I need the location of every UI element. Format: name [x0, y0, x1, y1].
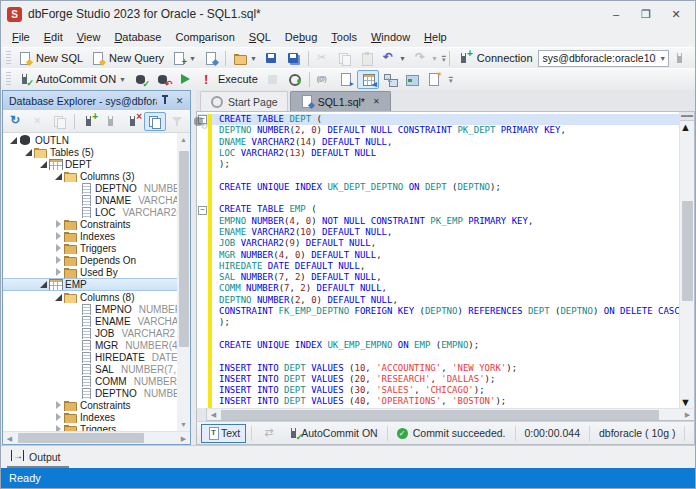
tree-item-constraints[interactable]: Constraints [3, 218, 177, 230]
explorer-horizontal-scrollbar[interactable]: ◀ ▶ [3, 431, 190, 444]
collapsed-arrow-icon[interactable] [54, 425, 63, 432]
text-view-button[interactable]: Text [201, 424, 246, 443]
filter-button[interactable] [166, 112, 188, 131]
tree-item-columns-8[interactable]: Columns (8) [3, 291, 177, 303]
expanded-arrow-icon[interactable] [24, 148, 33, 157]
execute-script-button[interactable] [174, 70, 196, 89]
tree-item-outln[interactable]: OUTLN [3, 134, 177, 146]
save-button[interactable] [261, 49, 283, 68]
pin-icon[interactable] [157, 94, 172, 108]
toolbar-grip[interactable] [6, 51, 11, 66]
disconnect-button[interactable] [122, 112, 144, 131]
tab-sql1-sql[interactable]: SQL1.sql*✕ [290, 91, 391, 111]
new-connection-button[interactable] [453, 49, 475, 68]
export-data-button[interactable] [335, 70, 357, 89]
split-editor-handle[interactable] [197, 408, 207, 421]
tree-item-columns-3[interactable]: Columns (3) [3, 170, 177, 182]
chevron-down-icon[interactable]: ▼ [431, 55, 438, 62]
collapsed-arrow-icon[interactable] [54, 413, 63, 422]
tree-item-tables-5[interactable]: Tables (5) [3, 146, 177, 158]
menu-comparison[interactable]: Comparison [168, 29, 241, 45]
tree-item-depends-on[interactable]: Depends On [3, 254, 177, 266]
chevron-down-icon[interactable]: ▼ [189, 55, 196, 62]
menu-sql[interactable]: SQL [242, 29, 278, 45]
copy-button[interactable] [334, 49, 356, 68]
tree-item-mgr[interactable]: MGRNUMBER(4, [3, 339, 177, 351]
tab-close-icon[interactable]: ✕ [372, 97, 381, 106]
query-history-button[interactable] [284, 70, 306, 89]
disconnect-button[interactable] [691, 49, 696, 68]
tab-start-page[interactable]: Start Page [200, 91, 288, 111]
tree-item-ename[interactable]: ENAMEVARCHAR2 [3, 315, 177, 327]
expanded-arrow-icon[interactable] [9, 136, 18, 145]
menu-window[interactable]: Window [364, 29, 417, 45]
editor-vertical-scrollbar[interactable]: ▬▬ ▲ ▼ [679, 112, 694, 408]
connect-button[interactable] [100, 112, 122, 131]
duplicate-object-button[interactable] [49, 112, 71, 131]
refresh-object-button[interactable] [188, 112, 210, 131]
collapsed-arrow-icon[interactable] [54, 244, 63, 253]
explorer-close-icon[interactable]: ✕ [172, 94, 187, 108]
scroll-down-icon[interactable]: ▼ [680, 396, 695, 408]
collapsed-arrow-icon[interactable] [54, 401, 63, 410]
menu-help[interactable]: Help [417, 29, 454, 45]
tree-item-sal[interactable]: SALNUMBER(7, [3, 363, 177, 375]
collapsed-arrow-icon[interactable] [54, 256, 63, 265]
chevron-down-icon[interactable]: ▼ [250, 55, 257, 62]
open-file-button[interactable]: ▼ [229, 49, 261, 68]
autocommit-status[interactable]: AutoCommit ON [283, 427, 381, 440]
scroll-down-icon[interactable]: ▼ [177, 418, 190, 431]
delete-button[interactable] [27, 112, 49, 131]
import-data-button[interactable] [357, 70, 379, 89]
scroll-thumb[interactable] [682, 201, 693, 301]
minimize-button[interactable]: – [601, 4, 631, 24]
menu-debug[interactable]: Debug [278, 29, 324, 45]
tree-item-empno[interactable]: EMPNONUMBER(4, [3, 303, 177, 315]
show-system-objects-button[interactable] [144, 112, 166, 131]
tree-item-triggers[interactable]: Triggers [3, 423, 177, 431]
new-snippet-button[interactable] [423, 70, 445, 89]
tree-item-job[interactable]: JOBVARCHAR2 [3, 327, 177, 339]
undo-button[interactable]: ▼ [378, 49, 410, 68]
scroll-left-icon[interactable]: ◀ [207, 408, 220, 421]
new-document-button[interactable]: ▼ [168, 49, 200, 68]
tree-item-dept[interactable]: DEPT [3, 158, 177, 170]
scroll-up-icon[interactable]: ▲ [680, 121, 695, 133]
menu-database[interactable]: Database [107, 29, 168, 45]
maximize-button[interactable]: ❐ [631, 4, 661, 24]
tab-output[interactable]: Output [7, 448, 69, 468]
expanded-arrow-icon[interactable] [54, 293, 63, 302]
execute-button[interactable]: Execute [196, 70, 262, 89]
menu-tools[interactable]: Tools [324, 29, 364, 45]
scroll-right-icon[interactable]: ▶ [681, 408, 694, 421]
toolbar-grip[interactable] [6, 72, 11, 87]
tree-item-deptno[interactable]: DEPTNONUMBER(2, 0 [3, 182, 177, 194]
toolbar-overflow-1[interactable] [442, 50, 446, 67]
tree-item-used-by[interactable]: Used By [3, 266, 177, 278]
close-button[interactable]: ✕ [661, 4, 691, 24]
stop-execution-button[interactable] [262, 70, 284, 89]
scroll-right-icon[interactable]: ▶ [177, 432, 190, 445]
split-editor-handle[interactable]: ▬▬ [680, 112, 694, 121]
new-query-button[interactable]: New Query [87, 49, 168, 68]
tree-item-emp[interactable]: EMP [3, 278, 177, 291]
expanded-arrow-icon[interactable] [39, 160, 48, 169]
tree-item-indexes[interactable]: Indexes [3, 230, 177, 242]
scroll-left-icon[interactable]: ◀ [3, 432, 16, 445]
new-connection-document-button[interactable] [200, 49, 222, 68]
collapsed-arrow-icon[interactable] [54, 232, 63, 241]
connect-button[interactable] [669, 49, 691, 68]
tree-item-triggers[interactable]: Triggers [3, 242, 177, 254]
expanded-arrow-icon[interactable] [54, 172, 63, 181]
save-all-button[interactable] [283, 49, 305, 68]
chevron-down-icon[interactable]: ▼ [655, 55, 666, 62]
data-compare-button[interactable] [257, 424, 283, 443]
new-sql-button[interactable]: New SQL [14, 49, 87, 68]
new-connection-button[interactable] [78, 112, 100, 131]
cut-button[interactable] [312, 49, 334, 68]
tree-item-comm[interactable]: COMMNUMBER(7, [3, 375, 177, 387]
expanded-arrow-icon[interactable] [39, 280, 48, 289]
refresh-button[interactable] [5, 112, 27, 131]
tree-item-hiredate[interactable]: HIREDATEDATE [3, 351, 177, 363]
scroll-thumb[interactable] [18, 433, 144, 443]
